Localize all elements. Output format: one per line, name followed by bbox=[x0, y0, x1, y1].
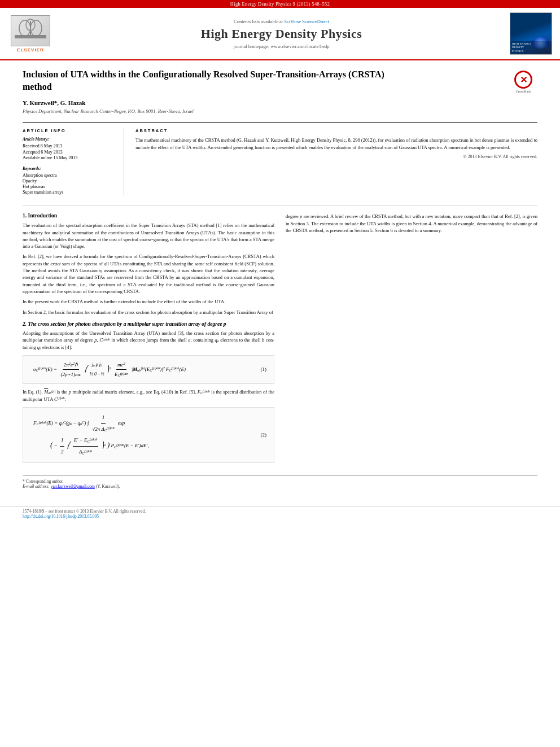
eq1-row: σC(p)ab(E) = 2π2e2ℏ (2p+1)mc ⎛ ja p jb ½… bbox=[28, 360, 269, 379]
equation-1: σC(p)ab(E) = 2π2e2ℏ (2p+1)mc ⎛ ja p jb ½… bbox=[23, 355, 274, 384]
abstract-panel: ABSTRACT The mathematical machinery of t… bbox=[135, 128, 537, 195]
history-label: Article history: bbox=[23, 137, 116, 142]
title-row: Inclusion of UTA widths in the Configura… bbox=[23, 68, 537, 99]
elsevier-brand-label: ELSEVIER bbox=[17, 47, 44, 53]
page-footer: 1574-1818/$ – see front matter © 2013 El… bbox=[0, 506, 560, 521]
section-divider bbox=[23, 206, 537, 206]
crossmark-badge: ✕ CrossMark bbox=[509, 71, 537, 93]
section2-heading: 2. The cross section for photon absorpti… bbox=[23, 321, 274, 327]
crossmark-label: CrossMark bbox=[516, 90, 531, 93]
intro-number: 1. bbox=[23, 213, 28, 219]
keyword-2: Opacity bbox=[23, 178, 116, 184]
intro-title: Introduction bbox=[28, 213, 58, 219]
main-content: Inclusion of UTA widths in the Configura… bbox=[0, 60, 560, 500]
crossmark-icon: ✕ bbox=[514, 71, 532, 89]
sciverse-link[interactable]: SciVerse ScienceDirect bbox=[284, 19, 329, 24]
paper-title: Inclusion of UTA widths in the Configura… bbox=[23, 68, 406, 93]
svg-point-3 bbox=[30, 20, 42, 36]
keyword-4: Super transition arrays bbox=[23, 190, 116, 195]
right-column: degree p are reviewed. A brief review of… bbox=[286, 213, 537, 468]
author-email-link[interactable]: yair.kurzweil@gmail.com bbox=[51, 484, 95, 489]
cover-graphic: HIGH ENERGYDENSITYPHYSICS bbox=[510, 12, 552, 55]
accepted-date: Accepted 6 May 2013 bbox=[23, 150, 116, 155]
email-note: E-mail address: yair.kurzweil@gmail.com … bbox=[23, 484, 537, 489]
journal-info-bar: High Energy Density Physics 9 (2013) 548… bbox=[0, 0, 560, 8]
left-column: 1. Introduction The evaluation of the sp… bbox=[23, 213, 274, 468]
issn-line: 1574-1818/$ – see front matter © 2013 El… bbox=[23, 509, 537, 514]
intro-para-4: In Section 2, the basic formulas for eva… bbox=[23, 309, 274, 316]
journal-title: High Energy Density Physics bbox=[59, 27, 504, 41]
journal-homepage: journal homepage: www.elsevier.com/locat… bbox=[59, 43, 504, 49]
svg-point-2 bbox=[19, 20, 30, 36]
journal-cover-image: HIGH ENERGYDENSITYPHYSICS bbox=[510, 12, 552, 55]
keywords-label: Keywords: bbox=[23, 166, 116, 171]
svg-rect-0 bbox=[15, 35, 46, 38]
elsevier-logo: ELSEVIER bbox=[8, 15, 53, 53]
article-info-panel: ARTICLE INFO Article history: Received 6… bbox=[23, 128, 124, 195]
section2-para-1: Adopting the assumptions of the Unresolv… bbox=[23, 330, 274, 351]
authors-line: Y. Kurzweil*, G. Hazak bbox=[23, 99, 537, 106]
affiliation-line: Physics Department, Nuclear Research Cen… bbox=[23, 108, 537, 114]
eq1-explanation: In Eq. (1), Mab(p) is the p multipole ra… bbox=[23, 388, 274, 403]
eq2-content: FC(p)ab(E) = qaC(gb − qbC) ∫ 1 √2π ΔC(p)… bbox=[28, 412, 261, 458]
intro-heading: 1. Introduction bbox=[23, 213, 274, 219]
intro-para-1: The evaluation of the spectral absorptio… bbox=[23, 222, 274, 250]
doi-line: http://dx.doi.org/10.1016/j.hedp.2013.05… bbox=[23, 514, 537, 519]
keyword-3: Hot plasmas bbox=[23, 184, 116, 189]
received-date: Received 6 May 2013 bbox=[23, 143, 116, 148]
eq2-number: (2) bbox=[261, 430, 270, 439]
eq2-row: FC(p)ab(E) = qaC(gb − qbC) ∫ 1 √2π ΔC(p)… bbox=[28, 412, 269, 458]
journal-header: ELSEVIER Contents lists available at Sci… bbox=[0, 8, 560, 60]
keywords-section: Keywords: Absorption spectra Opacity Hot… bbox=[23, 166, 116, 195]
elsevier-logo-graphic bbox=[11, 15, 50, 46]
equation-2: FC(p)ab(E) = qaC(gb − qbC) ∫ 1 √2π ΔC(p)… bbox=[23, 407, 274, 463]
body-columns: 1. Introduction The evaluation of the sp… bbox=[23, 213, 537, 468]
article-meta-section: ARTICLE INFO Article history: Received 6… bbox=[23, 122, 537, 195]
eq1-content: σC(p)ab(E) = 2π2e2ℏ (2p+1)mc ⎛ ja p jb ½… bbox=[28, 360, 261, 379]
author-names: Y. Kurzweil*, G. Hazak bbox=[23, 99, 85, 106]
journal-citation: High Energy Density Physics 9 (2013) 548… bbox=[230, 1, 330, 7]
doi-link[interactable]: http://dx.doi.org/10.1016/j.hedp.2013.05… bbox=[23, 514, 99, 519]
right-col-para-1: degree p are reviewed. A brief review of… bbox=[286, 213, 537, 234]
article-info-heading: ARTICLE INFO bbox=[23, 128, 116, 133]
sciverse-line: Contents lists available at SciVerse Sci… bbox=[59, 19, 504, 24]
journal-center-info: Contents lists available at SciVerse Sci… bbox=[59, 19, 504, 49]
intro-para-2: In Ref. [2], we have derived a formula f… bbox=[23, 253, 274, 295]
available-online-date: Available online 15 May 2013 bbox=[23, 155, 116, 160]
copyright-line: © 2013 Elsevier B.V. All rights reserved… bbox=[135, 154, 537, 159]
keyword-1: Absorption spectra bbox=[23, 173, 116, 178]
abstract-text: The mathematical machinery of the CRSTA … bbox=[135, 137, 537, 151]
corresponding-author-note: * Corresponding author. bbox=[23, 479, 537, 484]
cover-label: HIGH ENERGYDENSITYPHYSICS bbox=[510, 41, 552, 55]
abstract-heading: ABSTRACT bbox=[135, 128, 537, 133]
footnotes-section: * Corresponding author. E-mail address: … bbox=[23, 475, 537, 489]
eq1-number: (1) bbox=[261, 365, 270, 374]
intro-para-3: In the present work the CRSTA method is … bbox=[23, 298, 274, 305]
